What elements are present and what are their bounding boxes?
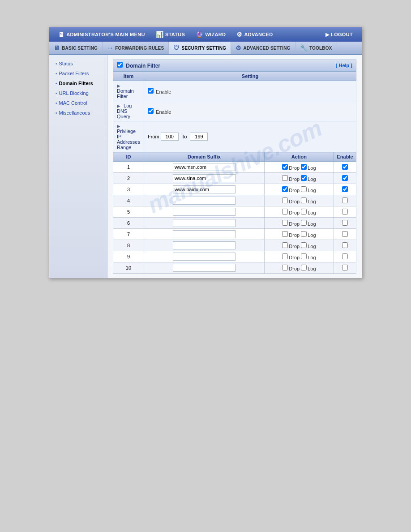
col-action: Action bbox=[264, 152, 334, 162]
enable-checkbox[interactable] bbox=[342, 253, 348, 259]
sidebar-item-mac-control[interactable]: MAC Control bbox=[49, 98, 107, 108]
status-menu-item[interactable]: 📊 Status bbox=[150, 31, 190, 38]
drop-label: Drop bbox=[289, 199, 300, 204]
domain-suffix-input[interactable] bbox=[173, 219, 235, 227]
drop-checkbox[interactable] bbox=[282, 197, 288, 203]
nav-advanced-setting[interactable]: ⚙ ADVANCED SETTING bbox=[231, 42, 295, 54]
sidebar-item-miscellaneous[interactable]: Miscellaneous bbox=[49, 108, 107, 118]
domain-suffix-input[interactable] bbox=[173, 174, 235, 182]
second-nav: 🖥 BASIC SETTING ↔ FORWARDING RULES 🛡 SEC… bbox=[49, 42, 362, 55]
drop-checkbox[interactable] bbox=[282, 231, 288, 237]
enable-checkbox[interactable] bbox=[342, 186, 348, 192]
basic-setting-icon: 🖥 bbox=[54, 44, 60, 51]
domain-suffix-input[interactable] bbox=[173, 264, 235, 272]
advanced-menu-item[interactable]: ⚙ Advanced bbox=[231, 31, 278, 38]
setting-label-ip-range: ▶ Privilege IP Addresses Range bbox=[113, 121, 144, 152]
enable-checkbox[interactable] bbox=[342, 164, 348, 170]
log-label: Log bbox=[308, 266, 316, 271]
help-link[interactable]: [ Help ] bbox=[336, 63, 352, 68]
enable-checkbox[interactable] bbox=[342, 231, 348, 237]
log-checkbox[interactable] bbox=[301, 253, 307, 259]
domain-filter-panel-checkbox[interactable] bbox=[117, 62, 123, 68]
domain-suffix-input[interactable] bbox=[173, 185, 235, 193]
log-checkbox[interactable] bbox=[301, 186, 307, 192]
domain-suffix-input[interactable] bbox=[173, 230, 235, 238]
setting-row-domain-filter: ▶ Domain Filter Enable bbox=[113, 81, 356, 101]
logout-menu-item[interactable]: ▶ Logout bbox=[320, 32, 358, 38]
drop-checkbox[interactable] bbox=[282, 164, 288, 170]
row-domain bbox=[144, 162, 264, 173]
log-checkbox[interactable] bbox=[301, 209, 307, 215]
log-checkbox[interactable] bbox=[301, 231, 307, 237]
log-checkbox[interactable] bbox=[301, 175, 307, 181]
enable-checkbox[interactable] bbox=[342, 175, 348, 181]
sidebar-item-domain-filters[interactable]: Domain Filters bbox=[49, 78, 107, 88]
drop-checkbox[interactable] bbox=[282, 220, 288, 226]
domain-suffix-input[interactable] bbox=[173, 253, 235, 261]
domain-suffix-input[interactable] bbox=[173, 197, 235, 205]
sidebar-item-url-blocking[interactable]: URL Blocking bbox=[49, 88, 107, 98]
enable-checkbox[interactable] bbox=[342, 209, 348, 215]
row-id: 6 bbox=[113, 218, 144, 229]
log-checkbox[interactable] bbox=[301, 265, 307, 270]
drop-checkbox[interactable] bbox=[282, 253, 288, 259]
arrow-bullet-2: ▶ bbox=[117, 103, 120, 108]
enable-checkbox[interactable] bbox=[342, 220, 348, 226]
setting-label-log-dns: ▶ Log DNS Query bbox=[113, 101, 144, 121]
sidebar-item-packet-filters[interactable]: Packet Filters bbox=[49, 69, 107, 78]
log-checkbox[interactable] bbox=[301, 242, 307, 248]
log-label: Log bbox=[308, 188, 316, 193]
domain-suffix-input[interactable] bbox=[173, 241, 235, 249]
row-id: 5 bbox=[113, 206, 144, 218]
row-domain bbox=[144, 229, 264, 240]
table-row: 7Drop Log bbox=[113, 229, 356, 240]
table-row: 1Drop Log bbox=[113, 162, 356, 173]
domain-filter-enable-checkbox[interactable] bbox=[148, 88, 154, 94]
log-checkbox[interactable] bbox=[301, 164, 307, 170]
row-enable bbox=[334, 229, 356, 240]
row-domain bbox=[144, 240, 264, 251]
enable-checkbox[interactable] bbox=[342, 242, 348, 248]
row-action: Drop Log bbox=[264, 184, 334, 195]
wizard-menu-item[interactable]: 🔮 Wizard bbox=[190, 31, 231, 38]
drop-checkbox[interactable] bbox=[282, 186, 288, 192]
drop-checkbox[interactable] bbox=[282, 175, 288, 181]
table-row: 10Drop Log bbox=[113, 262, 356, 274]
domain-suffix-input[interactable] bbox=[173, 208, 235, 216]
domain-suffix-input[interactable] bbox=[173, 163, 235, 171]
row-action: Drop Log bbox=[264, 251, 334, 262]
ip-to-input[interactable] bbox=[190, 133, 208, 141]
row-domain bbox=[144, 206, 264, 218]
nav-toolbox[interactable]: 🔧 TOOLBOX bbox=[295, 42, 337, 54]
row-action: Drop Log bbox=[264, 195, 334, 206]
log-checkbox[interactable] bbox=[301, 220, 307, 226]
status-icon: 📊 bbox=[156, 31, 163, 38]
main-layout: Status Packet Filters Domain Filters URL… bbox=[49, 55, 362, 278]
row-id: 9 bbox=[113, 251, 144, 262]
drop-checkbox[interactable] bbox=[282, 242, 288, 248]
admin-menu-item[interactable]: 🖥 ADMINISTRATOR's MAIN MENU bbox=[53, 31, 150, 38]
drop-checkbox[interactable] bbox=[282, 209, 288, 215]
setting-value-ip-range: From To bbox=[144, 121, 356, 152]
drop-checkbox[interactable] bbox=[282, 265, 288, 270]
nav-basic-setting[interactable]: 🖥 BASIC SETTING bbox=[49, 42, 103, 54]
enable-checkbox[interactable] bbox=[342, 197, 348, 203]
drop-label: Drop bbox=[289, 232, 300, 238]
sidebar-item-status[interactable]: Status bbox=[49, 59, 107, 69]
log-label: Log bbox=[308, 199, 316, 204]
row-id: 10 bbox=[113, 262, 144, 274]
row-action: Drop Log bbox=[264, 173, 334, 184]
ip-from-input[interactable] bbox=[161, 133, 179, 141]
log-checkbox[interactable] bbox=[301, 197, 307, 203]
col-domain-suffix: Domain Suffix bbox=[144, 152, 264, 162]
nav-forwarding-rules[interactable]: ↔ FORWARDING RULES bbox=[103, 42, 169, 54]
log-label: Log bbox=[308, 244, 316, 249]
toolbox-icon: 🔧 bbox=[300, 44, 308, 51]
log-dns-enable-checkbox[interactable] bbox=[148, 108, 154, 114]
row-action: Drop Log bbox=[264, 218, 334, 229]
nav-security-setting[interactable]: 🛡 SECURITY SETTING bbox=[169, 42, 231, 54]
setting-row-log-dns: ▶ Log DNS Query Enable bbox=[113, 101, 356, 121]
row-id: 2 bbox=[113, 173, 144, 184]
table-row: 9Drop Log bbox=[113, 251, 356, 262]
enable-checkbox[interactable] bbox=[342, 265, 348, 270]
